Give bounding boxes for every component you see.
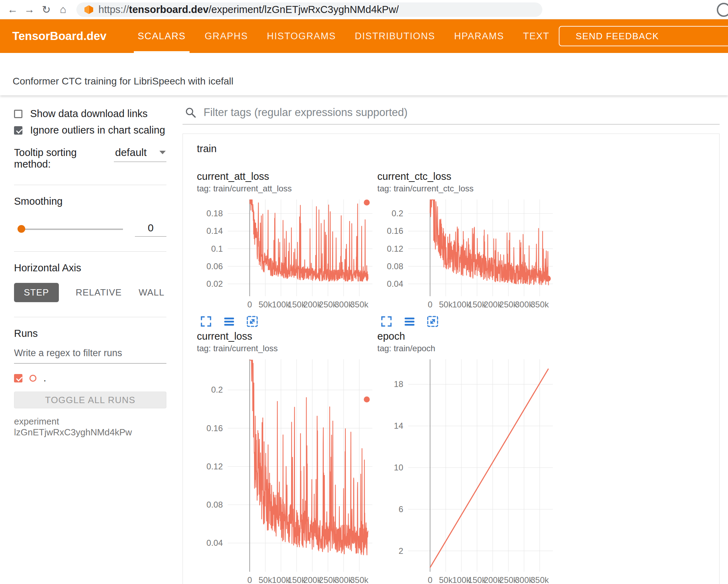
svg-text:10: 10 [394,463,403,472]
svg-text:350k: 350k [350,300,369,309]
tab-histograms[interactable]: HISTOGRAMS [257,19,345,53]
card-title[interactable]: train [197,143,719,155]
svg-text:0.12: 0.12 [387,244,403,253]
svg-text:350k: 350k [530,575,549,584]
svg-text:50k: 50k [439,575,453,584]
svg-text:6: 6 [399,504,403,514]
tooltip-sorting-value: default [115,147,147,158]
tooltip-sorting-row: Tooltip sorting method: default [14,147,166,170]
send-feedback-button[interactable]: SEND FEEDBACK [559,26,728,46]
run-checkbox[interactable] [14,374,22,382]
chart-plot[interactable]: 050k100k150k200k250k300k350k26101418 [377,356,558,584]
tab-label: DISTRIBUTIONS [355,31,435,42]
run-color-swatch [29,375,36,382]
chart-plot[interactable]: 050k100k150k200k250k300k350k0.040.080.12… [197,356,377,584]
tab-scalars[interactable]: SCALARS [128,19,195,53]
back-icon[interactable]: ← [4,4,21,15]
smoothing-slider[interactable] [19,229,123,230]
svg-text:0.16: 0.16 [387,226,403,236]
svg-text:14: 14 [394,421,403,430]
toggle-all-runs-button[interactable]: TOGGLE ALL RUNS [14,392,166,408]
tab-graphs[interactable]: GRAPHS [195,19,257,53]
show-download-checkbox[interactable] [14,110,22,118]
svg-text:0.08: 0.08 [206,500,223,509]
charts-grid: current_att_loss tag: train/current_att_… [197,171,719,584]
divider [14,251,166,252]
chart-tag: tag: train/current_att_loss [197,184,377,193]
horizontal-axis-buttons: STEP RELATIVE WALL [14,283,166,302]
ignore-outliers-row: Ignore outliers in chart scaling [14,124,166,136]
home-icon[interactable]: ⌂ [55,4,71,15]
chart-toolbar [200,315,377,328]
svg-text:0.2: 0.2 [392,209,403,218]
forward-icon[interactable]: → [21,4,38,15]
fit-domain-icon[interactable] [246,315,259,328]
svg-text:0: 0 [247,575,252,584]
chart-title: current_att_loss [197,171,377,182]
runs-filter-input[interactable] [14,344,166,364]
tab-hparams[interactable]: HPARAMS [445,19,514,53]
divider [14,185,166,185]
chart-plot[interactable]: 050k100k150k200k250k300k350k0.020.060.10… [197,196,377,312]
tooltip-sorting-dropdown[interactable]: default [114,147,167,162]
axis-wall-button[interactable]: WALL [139,283,165,302]
svg-text:0.08: 0.08 [387,262,403,271]
svg-text:0.06: 0.06 [206,262,223,271]
smoothing-label: Smoothing [14,196,166,207]
expand-chart-icon[interactable] [380,315,393,328]
svg-text:18: 18 [394,379,403,389]
svg-text:350k: 350k [530,300,549,309]
app-header: TensorBoard.dev SCALARS GRAPHS HISTOGRAM… [0,19,728,53]
tab-label: SCALARS [138,31,186,42]
svg-text:0.04: 0.04 [206,538,223,548]
fit-domain-icon[interactable] [426,315,439,328]
show-download-label: Show data download links [30,108,147,120]
chart-title: epoch [377,331,558,342]
url-path: /experiment/lzGnETjwRxC3yghNMd4kPw/ [208,4,399,15]
scalars-main: train current_att_loss tag: train/curren… [177,95,728,584]
smoothing-value[interactable]: 0 [135,222,166,237]
chevron-down-icon [159,151,166,154]
svg-text:0.18: 0.18 [206,209,223,218]
search-icon [185,107,197,118]
url-text: https://tensorboard.dev/experiment/lzGnE… [98,4,399,15]
svg-text:50k: 50k [439,300,453,309]
url-domain: tensorboard.dev [129,4,208,15]
tensorboard-favicon [84,5,94,14]
axis-step-button[interactable]: STEP [14,283,59,302]
svg-text:0: 0 [428,300,432,309]
runs-label: Runs [14,328,166,339]
train-card: train current_att_loss tag: train/curren… [183,134,720,584]
profile-avatar[interactable] [717,3,728,17]
chart-tag: tag: train/current_ctc_loss [377,184,558,193]
ignore-outliers-checkbox[interactable] [14,126,22,135]
experiment-title: Conformer CTC training for LibriSpeech w… [13,76,233,87]
axis-relative-button[interactable]: RELATIVE [76,283,122,302]
svg-text:0.02: 0.02 [206,279,223,288]
chart-current-att-loss: current_att_loss tag: train/current_att_… [197,171,377,331]
tab-label: HISTOGRAMS [267,31,336,42]
run-name: . [43,373,46,384]
tab-distributions[interactable]: DISTRIBUTIONS [345,19,445,53]
chart-plot[interactable]: 050k100k150k200k250k300k350k0.040.080.12… [377,196,558,312]
divider [14,317,166,317]
horizontal-axis-label: Horizontal Axis [14,262,166,274]
svg-text:0: 0 [428,575,432,584]
url-scheme: https:// [98,4,129,15]
chart-current-ctc-loss: current_ctc_loss tag: train/current_ctc_… [377,171,558,331]
expand-chart-icon[interactable] [200,315,212,328]
browser-chrome: ← → ↻ ⌂ https://tensorboard.dev/experime… [0,0,728,19]
svg-text:50k: 50k [259,300,273,309]
app-logo: TensorBoard.dev [12,29,107,43]
filter-tags-input[interactable] [203,106,717,119]
tab-text[interactable]: TEXT [514,19,559,53]
log-scale-icon[interactable] [403,315,416,328]
filter-tags-row [183,103,720,124]
chart-title: current_ctc_loss [377,171,558,182]
address-bar[interactable]: https://tensorboard.dev/experiment/lzGnE… [76,2,542,17]
reload-icon[interactable]: ↻ [38,4,55,16]
log-scale-icon[interactable] [223,315,235,328]
svg-text:0.16: 0.16 [206,423,223,433]
svg-text:0.04: 0.04 [387,279,403,288]
slider-thumb[interactable] [18,225,25,233]
